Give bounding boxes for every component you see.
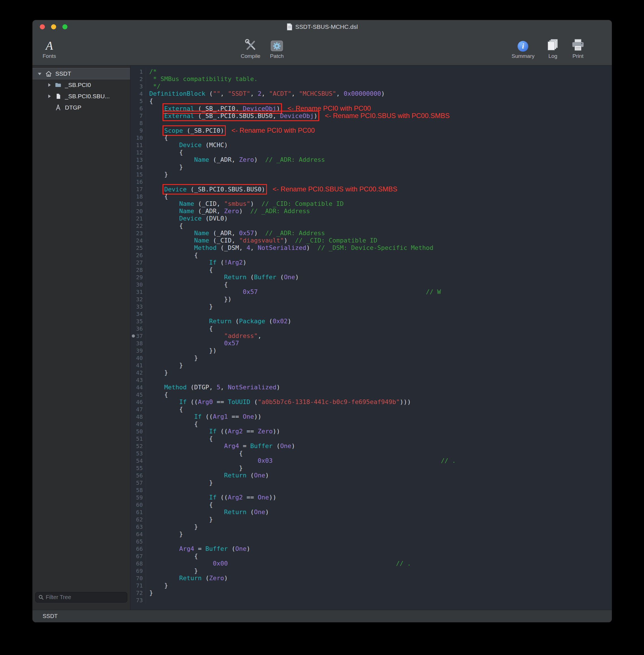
code-line[interactable]: 68 0x00 // .	[130, 560, 612, 567]
code-line[interactable]: 69 }	[130, 567, 612, 574]
code-line[interactable]: 19 Name (_CID, "smbus") // _CID: Compati…	[130, 200, 612, 207]
disclosure-collapsed-icon[interactable]	[47, 83, 51, 87]
code-line[interactable]: 60 {	[130, 501, 612, 509]
code-line[interactable]: 33 }	[130, 303, 612, 310]
code-line[interactable]: 11 Device (MCHC)	[130, 141, 612, 149]
line-number: 46	[130, 398, 146, 406]
sidebar-item-sb-pci0[interactable]: _SB.PCI0	[32, 79, 130, 91]
filter-tree-input[interactable]	[46, 594, 124, 601]
code-line[interactable]: 56 Return (One)	[130, 472, 612, 479]
code-line[interactable]: 39 })	[130, 347, 612, 354]
code-line[interactable]: 58	[130, 487, 612, 494]
code-line[interactable]: 28 {	[130, 266, 612, 274]
code-line[interactable]: 17 Device (_SB.PCI0.SBUS.BUS0)<- Rename …	[130, 185, 612, 193]
code-line[interactable]: 5{	[130, 97, 612, 105]
code-text: {	[146, 193, 168, 200]
code-line[interactable]: 30 {	[130, 281, 612, 288]
code-text: }	[146, 582, 168, 589]
line-number: 33	[130, 303, 146, 310]
fonts-button[interactable]: A Fonts	[43, 37, 56, 59]
code-line[interactable]: 37 "address",	[130, 332, 612, 340]
code-line[interactable]: 53 {	[130, 450, 612, 457]
code-line[interactable]: 29 Return (Buffer (One)	[130, 274, 612, 281]
print-button[interactable]: Print	[571, 37, 585, 59]
code-line[interactable]: 67 {	[130, 552, 612, 560]
code-text: {	[146, 149, 183, 156]
compile-button[interactable]: Compile	[241, 37, 260, 59]
code-line[interactable]: 21 Device (DVL0)	[130, 215, 612, 222]
code-line[interactable]: 65	[130, 538, 612, 545]
code-line[interactable]: 1/*	[130, 68, 612, 75]
code-line[interactable]: 20 Name (_ADR, Zero) // _ADR: Address	[130, 207, 612, 215]
code-line[interactable]: 25 Method (_DSM, 4, NotSerialized) // _D…	[130, 244, 612, 252]
log-button[interactable]: Log	[547, 37, 559, 59]
code-line[interactable]: 32 })	[130, 296, 612, 303]
code-line[interactable]: 23 Name (_ADR, 0x57) // _ADR: Address	[130, 229, 612, 237]
code-line[interactable]: 59 If ((Arg2 == One))	[130, 494, 612, 501]
code-line[interactable]: 2 * SMBus compatibility table.	[130, 75, 612, 83]
code-line[interactable]: 12 {	[130, 149, 612, 156]
sidebar-item-dtgp[interactable]: DTGP	[32, 102, 130, 113]
code-line[interactable]: 47 {	[130, 406, 612, 413]
code-line[interactable]: 50 If ((Arg2 == Zero))	[130, 428, 612, 435]
code-line[interactable]: 62 }	[130, 516, 612, 523]
line-number: 69	[130, 567, 146, 574]
code-line[interactable]: 42 }	[130, 369, 612, 376]
disclosure-expanded-icon[interactable]	[38, 72, 42, 76]
code-text: Name (_CID, "diagsvault") // _CID: Compa…	[146, 237, 377, 244]
code-line[interactable]: 35 Return (Package (0x02)	[130, 318, 612, 325]
code-line[interactable]: 57 }	[130, 479, 612, 487]
code-line[interactable]: 61 Return (One)	[130, 509, 612, 516]
code-line[interactable]: 24 Name (_CID, "diagsvault") // _CID: Co…	[130, 237, 612, 244]
code-line[interactable]: 10 {	[130, 134, 612, 141]
code-line[interactable]: 71 }	[130, 582, 612, 589]
code-line[interactable]: 64 }	[130, 530, 612, 538]
filter-tree-field[interactable]	[35, 592, 127, 603]
code-line[interactable]: 14 }	[130, 163, 612, 171]
sidebar-item-sb-pci0-sbu[interactable]: _SB.PCI0.SBU...	[32, 91, 130, 102]
code-line[interactable]: 3 */	[130, 83, 612, 90]
code-line[interactable]: 27 If (!Arg2)	[130, 259, 612, 266]
sidebar-item-label: _SB.PCI0	[65, 82, 91, 88]
summary-button[interactable]: i Summary	[512, 37, 534, 59]
code-text: {	[146, 266, 213, 274]
code-editor[interactable]: 1/*2 * SMBus compatibility table.3 */4De…	[130, 66, 612, 610]
code-line[interactable]: 51 {	[130, 435, 612, 443]
code-line[interactable]: 31 0x57 // W	[130, 288, 612, 296]
code-line[interactable]: 38 0x57	[130, 340, 612, 347]
code-line[interactable]: 49 {	[130, 421, 612, 428]
code-line[interactable]: 8	[130, 119, 612, 127]
code-line[interactable]: 36 {	[130, 325, 612, 332]
disclosure-collapsed-icon[interactable]	[47, 94, 51, 98]
code-line[interactable]: 26 {	[130, 252, 612, 259]
code-line[interactable]: 16	[130, 178, 612, 185]
code-line[interactable]: 54 0x03 // .	[130, 457, 612, 465]
code-line[interactable]: 7 External (_SB_.PCI0.SBUS.BUS0, DeviceO…	[130, 112, 612, 119]
code-line[interactable]: 34	[130, 310, 612, 318]
code-line[interactable]: 45 {	[130, 391, 612, 398]
code-line[interactable]: 55 }	[130, 465, 612, 472]
code-line[interactable]: 66 Arg4 = Buffer (One)	[130, 545, 612, 552]
code-line[interactable]: 44 Method (DTGP, 5, NotSerialized)	[130, 384, 612, 391]
code-line[interactable]: 9 Scope (_SB.PCI0)<- Rename PCI0 with PC…	[130, 127, 612, 134]
code-line[interactable]: 13 Name (_ADR, Zero) // _ADR: Address	[130, 156, 612, 163]
code-line[interactable]: 40 }	[130, 354, 612, 362]
code-line[interactable]: 73	[130, 596, 612, 604]
sidebar-item-ssdt[interactable]: SSDT	[32, 68, 130, 79]
code-line[interactable]: 52 Arg4 = Buffer (One)	[130, 443, 612, 450]
code-line[interactable]: 4DefinitionBlock ("", "SSDT", 2, "ACDT",…	[130, 90, 612, 97]
code-line[interactable]: 6 External (_SB_.PCI0, DeviceObj)<- Rena…	[130, 105, 612, 112]
code-line[interactable]: 15 }	[130, 171, 612, 178]
code-line[interactable]: 43	[130, 376, 612, 384]
code-line[interactable]: 22 {	[130, 222, 612, 229]
code-line[interactable]: 63 }	[130, 523, 612, 530]
code-line[interactable]: 18 {	[130, 193, 612, 200]
code-text: Name (_ADR, 0x57) // _ADR: Address	[146, 229, 325, 237]
code-line[interactable]: 48 If ((Arg1 == One))	[130, 413, 612, 421]
code-line[interactable]: 46 If ((Arg0 == ToUUID ("a0b5b7c6-1318-4…	[130, 398, 612, 406]
code-line[interactable]: 70 Return (Zero)	[130, 574, 612, 582]
rename-highlight-box: External (_SB_.PCI0, DeviceObj)	[164, 105, 280, 112]
patch-button[interactable]: Patch	[270, 37, 284, 59]
code-line[interactable]: 41 }	[130, 362, 612, 369]
code-line[interactable]: 72}	[130, 589, 612, 596]
